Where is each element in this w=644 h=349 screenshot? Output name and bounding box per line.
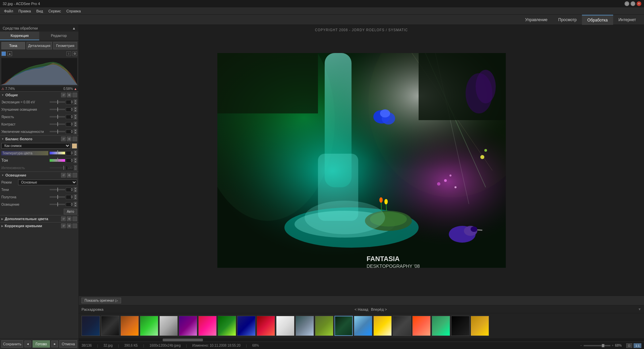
brightness-up[interactable]: ▲ xyxy=(74,114,77,117)
midtones-down[interactable]: ▼ xyxy=(74,197,77,200)
zoom-1-button[interactable]: 1:1 xyxy=(634,343,641,348)
save-button[interactable]: Сохранить xyxy=(1,340,23,348)
additional-colors-header[interactable]: ▶ Дополнительные цвета ↺ ⚙ xyxy=(0,215,78,222)
hist-channel-icon[interactable] xyxy=(1,51,6,56)
hist-info-icon[interactable]: i xyxy=(66,51,71,56)
highlights-down[interactable]: ▼ xyxy=(74,204,77,207)
tab-correction[interactable]: Коррекция xyxy=(0,32,39,40)
tab-internet[interactable]: Интернет xyxy=(613,15,641,25)
filmstrip-thumb-18[interactable] xyxy=(432,316,450,336)
wb-section-header[interactable]: ▼ Баланс белого ↺ ⚙ xyxy=(0,135,78,142)
wb-swatch[interactable] xyxy=(72,143,77,149)
done-button[interactable]: Готово xyxy=(33,340,50,348)
curve-settings-btn[interactable]: ⚙ xyxy=(67,223,71,228)
saturation-track[interactable] xyxy=(50,131,65,132)
zoom-minus-icon[interactable]: − xyxy=(580,344,582,347)
tab-manage[interactable]: Управление xyxy=(520,15,553,25)
close-button[interactable]: ✕ xyxy=(637,1,641,6)
filmstrip-thumb-6[interactable] xyxy=(198,316,217,336)
exposure-down[interactable]: ▼ xyxy=(74,102,77,105)
exposure-track[interactable] xyxy=(50,101,65,103)
add-colors-refresh-btn[interactable]: ↺ xyxy=(61,216,66,221)
brightness-track[interactable] xyxy=(50,116,65,117)
filmstrip-thumb-14[interactable] xyxy=(354,316,372,336)
filmstrip-thumb-20[interactable] xyxy=(471,316,489,336)
saturation-down[interactable]: ▼ xyxy=(74,132,77,134)
light-enhance-value[interactable] xyxy=(66,107,74,112)
menu-file[interactable]: Файл xyxy=(1,8,16,14)
filmstrip-thumb-16[interactable] xyxy=(393,316,411,336)
add-colors-settings-btn[interactable]: ⚙ xyxy=(67,216,71,221)
filmstrip-thumb-5[interactable] xyxy=(179,316,197,336)
filmstrip-thumb-12[interactable] xyxy=(315,316,333,336)
filmstrip-thumb-0[interactable] xyxy=(82,316,100,336)
filmstrip-thumb-19[interactable] xyxy=(451,316,470,336)
midtones-up[interactable]: ▲ xyxy=(74,194,77,197)
exposure-up[interactable]: ▲ xyxy=(74,99,77,102)
filmstrip-thumb-2[interactable] xyxy=(120,316,139,336)
color-temp-track[interactable] xyxy=(50,152,65,154)
save-prev-button[interactable]: ◄ xyxy=(24,341,31,347)
contrast-up[interactable]: ▲ xyxy=(74,121,77,124)
tab-editor[interactable]: Редактор xyxy=(39,32,78,40)
hist-settings-icon[interactable]: ⚙ xyxy=(72,51,77,56)
color-temp-down[interactable]: ▼ xyxy=(74,153,77,156)
shadows-track[interactable] xyxy=(50,189,65,190)
tab-tone[interactable]: Тона xyxy=(1,42,25,49)
tint-up[interactable]: ▲ xyxy=(74,158,77,160)
shadows-down[interactable]: ▼ xyxy=(74,190,77,192)
maximize-button[interactable]: □ xyxy=(631,1,635,6)
filmstrip-thumb-11[interactable] xyxy=(296,316,314,336)
light-enhance-track[interactable] xyxy=(50,109,65,110)
tint-down[interactable]: ▼ xyxy=(74,160,77,163)
filmstrip-thumb-9[interactable] xyxy=(257,316,275,336)
wb-refresh-btn[interactable]: ↺ xyxy=(61,137,66,141)
zoom-fit-button[interactable]: ⊡ xyxy=(626,343,632,348)
lighting-refresh-btn[interactable]: ↺ xyxy=(61,173,66,178)
tab-view[interactable]: Просмотр xyxy=(553,15,582,25)
filmstrip-forward-button[interactable]: Вперёд > xyxy=(371,307,387,311)
filmstrip-thumb-10[interactable] xyxy=(276,316,294,336)
brightness-value[interactable] xyxy=(66,115,74,119)
filmstrip-thumb-3[interactable] xyxy=(140,316,158,336)
filmstrip-scrollbar[interactable] xyxy=(79,338,644,342)
filmstrip-collapse-icon[interactable]: ▼ xyxy=(638,307,641,311)
tint-value[interactable] xyxy=(66,158,74,163)
filmstrip-thumb-15[interactable] xyxy=(373,316,392,336)
zoom-slider-handle[interactable] xyxy=(602,344,604,347)
general-settings-btn[interactable]: ⚙ xyxy=(67,93,71,97)
light-enhance-down[interactable]: ▼ xyxy=(74,109,77,112)
color-temp-value[interactable] xyxy=(66,151,74,155)
filmstrip-thumb-13[interactable] xyxy=(334,316,353,336)
filmstrip-thumb-4[interactable] xyxy=(159,316,178,336)
tab-detail[interactable]: Детализация xyxy=(26,42,52,49)
minimize-button[interactable]: ─ xyxy=(625,1,629,6)
highlights-up[interactable]: ▲ xyxy=(74,202,77,204)
tab-geometry[interactable]: Геометрия xyxy=(53,42,77,49)
shadows-up[interactable]: ▲ xyxy=(74,187,77,190)
general-toggle[interactable] xyxy=(72,93,77,97)
contrast-value[interactable] xyxy=(66,122,74,127)
done-next-button[interactable]: ► xyxy=(51,341,58,347)
curve-toggle[interactable] xyxy=(72,223,77,228)
midtones-value[interactable] xyxy=(66,195,74,199)
filmstrip-back-button[interactable]: < Назад xyxy=(355,307,368,311)
menu-edit[interactable]: Правка xyxy=(16,8,34,14)
lighting-section-header[interactable]: ▼ Освещение ↺ ⚙ xyxy=(0,171,78,179)
zoom-plus-icon[interactable]: + xyxy=(612,344,614,347)
highlights-value[interactable] xyxy=(66,202,74,207)
cancel-button[interactable]: Отмена xyxy=(59,340,77,348)
brightness-down[interactable]: ▼ xyxy=(74,117,77,119)
wb-settings-btn[interactable]: ⚙ xyxy=(67,137,71,141)
general-section-header[interactable]: ▼ Общие ↺ ⚙ xyxy=(0,91,78,98)
lighting-toggle[interactable] xyxy=(72,173,77,178)
tab-process[interactable]: Обработка xyxy=(582,15,613,25)
filmstrip-scroll-thumb[interactable] xyxy=(163,339,203,341)
color-temp-up[interactable]: ▲ xyxy=(74,150,77,153)
general-refresh-btn[interactable]: ↺ xyxy=(61,93,66,97)
menu-service[interactable]: Сервис xyxy=(46,8,64,14)
filmstrip-thumb-1[interactable] xyxy=(101,316,119,336)
lighting-settings-btn[interactable]: ⚙ xyxy=(67,173,71,178)
filmstrip-thumb-7[interactable] xyxy=(218,316,236,336)
zoom-slider[interactable] xyxy=(584,345,610,346)
